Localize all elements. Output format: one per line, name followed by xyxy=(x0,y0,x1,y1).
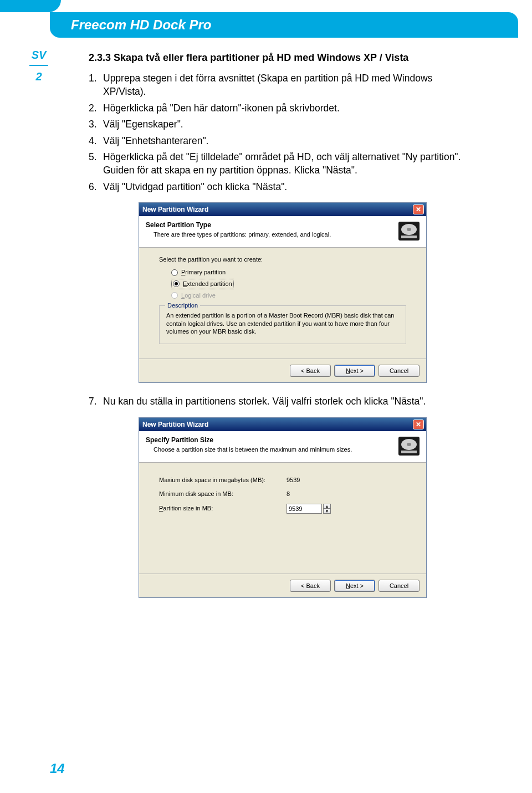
wizard-titlebar[interactable]: New Partition Wizard ✕ xyxy=(139,418,426,431)
close-icon: ✕ xyxy=(416,206,421,213)
cancel-button[interactable]: Cancel xyxy=(378,580,420,592)
radio-label: Extended partition xyxy=(183,280,232,288)
side-tab: SV 2 xyxy=(25,49,53,83)
step-number: 1. xyxy=(89,72,103,98)
wizard-subtitle: Specify Partition Size xyxy=(146,436,352,444)
step-number: 5. xyxy=(89,151,103,177)
groupbox-legend: Description xyxy=(165,301,200,310)
step-text: Högerklicka på det "Ej tilldelade" områd… xyxy=(103,151,477,177)
svg-point-2 xyxy=(407,228,411,231)
back-button[interactable]: < Back xyxy=(290,580,331,592)
step-text: Upprepa stegen i det förra avsnittet (Sk… xyxy=(103,72,477,98)
value-max-space: 9539 xyxy=(287,476,300,484)
step-number: 3. xyxy=(89,118,103,131)
wizard-description: There are three types of partitions: pri… xyxy=(146,231,331,239)
radio-label: Primary partition xyxy=(181,268,226,277)
radio-primary-partition[interactable]: Primary partition xyxy=(171,268,406,277)
close-button[interactable]: ✕ xyxy=(413,204,424,214)
radio-icon xyxy=(173,280,180,287)
close-button[interactable]: ✕ xyxy=(413,419,424,429)
label-min-space: Minimum disk space in MB: xyxy=(159,490,287,498)
step-text: Högerklicka på "Den här datorn"-ikonen p… xyxy=(103,102,340,115)
radio-logical-drive: Logical drive xyxy=(171,291,406,300)
header-title: Freecom HD Dock Pro xyxy=(50,12,518,38)
wizard-subtitle: Select Partition Type xyxy=(146,221,331,229)
cancel-button[interactable]: Cancel xyxy=(378,365,420,377)
step-number: 6. xyxy=(89,181,103,194)
label-max-space: Maxium disk space in megabytes (MB): xyxy=(159,476,287,484)
radio-extended-partition[interactable]: Extended partition xyxy=(171,279,234,289)
next-button[interactable]: Next > xyxy=(334,580,375,592)
page-number: 14 xyxy=(50,761,65,776)
corner-tab xyxy=(0,0,61,12)
section-heading: 2.3.3 Skapa två eller flera partitioner … xyxy=(89,51,477,64)
step-number: 2. xyxy=(89,102,103,115)
svg-rect-3 xyxy=(401,236,417,238)
svg-point-6 xyxy=(407,443,411,446)
step-text: Välj "Egenskaper". xyxy=(103,118,183,131)
step-number: 7. xyxy=(89,395,103,408)
description-groupbox: Description An extended partition is a p… xyxy=(159,305,406,345)
spinner-up-button[interactable]: ▲ xyxy=(323,504,331,509)
radio-label: Logical drive xyxy=(181,291,216,300)
wizard-specify-partition-size: New Partition Wizard ✕ Specify Partition… xyxy=(139,417,427,598)
step-text: Nu kan du ställa in partitionens storlek… xyxy=(103,395,426,408)
wizard-description: Choose a partition size that is between … xyxy=(146,446,352,454)
spinner-down-button[interactable]: ▼ xyxy=(323,509,331,514)
wizard-title: New Partition Wizard xyxy=(142,420,208,429)
next-button[interactable]: Next > xyxy=(334,365,375,377)
value-min-space: 8 xyxy=(287,490,290,498)
svg-rect-7 xyxy=(401,451,417,453)
back-button[interactable]: < Back xyxy=(290,365,331,377)
disk-icon xyxy=(397,436,421,457)
groupbox-text: An extended partition is a portion of a … xyxy=(166,311,399,336)
radio-icon xyxy=(171,292,178,299)
step-number: 4. xyxy=(89,135,103,148)
wizard-select-partition-type: New Partition Wizard ✕ Select Partition … xyxy=(139,202,427,383)
wizard-titlebar[interactable]: New Partition Wizard ✕ xyxy=(139,203,426,216)
step-text: Välj "Utvidgad partition" och klicka "Nä… xyxy=(103,181,287,194)
disk-icon xyxy=(397,221,421,242)
close-icon: ✕ xyxy=(416,421,421,428)
label-partition-size: Partition size in MB: xyxy=(159,504,287,513)
wizard-title: New Partition Wizard xyxy=(142,205,208,214)
step-text: Välj "Enhetshanteraren". xyxy=(103,135,208,148)
wizard-prompt: Select the partition you want to create: xyxy=(159,255,406,264)
chapter-number: 2 xyxy=(25,70,53,83)
partition-size-input[interactable] xyxy=(287,504,322,514)
side-tab-rule xyxy=(29,65,48,66)
language-code: SV xyxy=(25,49,53,62)
radio-icon xyxy=(171,269,178,276)
